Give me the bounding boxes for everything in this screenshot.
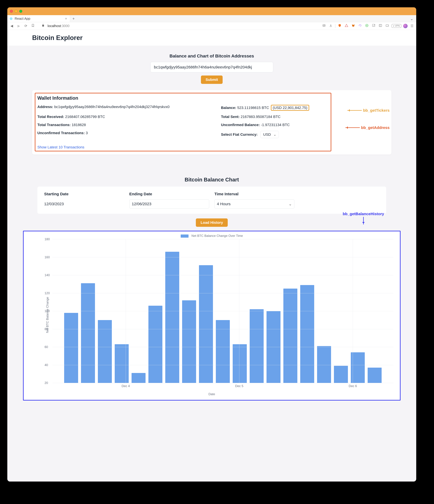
profile-avatar[interactable]: [403, 24, 408, 28]
search-section: Balance and Chart of Bitcoin Addresses S…: [7, 46, 416, 88]
window-zoom-button[interactable]: [19, 10, 22, 13]
extension-triangle-icon[interactable]: [344, 24, 349, 28]
chart-legend: Net BTC Balance Change Over Time: [27, 234, 396, 238]
extension-circle-icon[interactable]: [364, 24, 369, 28]
svg-point-0: [11, 18, 11, 19]
wallet-total-tx: Total Transactions: 1818628: [37, 123, 216, 127]
submit-button[interactable]: Submit: [201, 75, 223, 84]
nav-bookmark-button[interactable]: [30, 24, 36, 28]
load-history-button[interactable]: Load History: [196, 218, 227, 227]
tab-title: React App: [15, 17, 30, 21]
nav-forward-button[interactable]: ▶: [16, 24, 21, 28]
wallet-card: Wallet Information Address: bc1qwfgdjyy9…: [32, 90, 391, 154]
chart-section-heading: Bitcoin Balance Chart: [7, 177, 416, 183]
svg-point-11: [388, 25, 388, 26]
fiat-currency-select[interactable]: USD ⌄: [260, 131, 279, 138]
app-menu-icon[interactable]: ☰: [409, 24, 414, 28]
app-title: Bitcoin Explorer: [32, 34, 391, 42]
end-date-input[interactable]: 12/06/2023: [129, 199, 209, 208]
vpn-label: VPN: [395, 25, 400, 27]
wallet-total-sent: Total Sent: 2167883.95087184 BTC: [221, 115, 386, 119]
start-date-value: 12/03/2023: [44, 202, 64, 206]
chart-bar: [317, 346, 331, 383]
chevron-down-icon: ⌄: [273, 132, 276, 137]
fiat-currency-value: USD: [263, 133, 271, 137]
y-tick: 160: [45, 255, 50, 259]
browser-toolbar: ◀ ▶ ⟳ localhost:3000 VPN ☰: [7, 22, 416, 30]
download-icon[interactable]: [328, 24, 333, 28]
wallet-icon[interactable]: [385, 24, 390, 28]
chart-bar: [81, 283, 95, 383]
site-security-icon[interactable]: [40, 24, 46, 28]
start-date-label: Starting Date: [44, 192, 124, 196]
react-favicon: [9, 17, 13, 20]
interval-select[interactable]: 4 Hours ⌄: [214, 199, 294, 208]
metamask-icon[interactable]: [351, 24, 356, 28]
svg-point-7: [366, 25, 367, 26]
extension-swirl-icon[interactable]: [358, 24, 362, 28]
window-close-button[interactable]: [10, 10, 13, 13]
y-tick: 100: [45, 309, 50, 313]
chart-bar: [132, 373, 145, 383]
search-heading: Balance and Chart of Bitcoin Addresses: [7, 54, 416, 59]
chart-bar: [283, 288, 297, 383]
wallet-balance-usd: (USD 22,901,842.75): [271, 105, 309, 111]
interval-value: 4 Hours: [217, 202, 231, 206]
chart-bar: [199, 265, 213, 383]
chart-toolbar-card: Starting Date 12/03/2023 Ending Date 12/…: [37, 187, 386, 214]
nav-reload-button[interactable]: ⟳: [23, 24, 28, 28]
y-tick: 140: [45, 273, 50, 277]
new-tab-button[interactable]: +: [70, 15, 77, 22]
x-axis-label: Date: [27, 392, 396, 396]
annotation-bb-getaddress: bb_getAddress: [345, 126, 389, 130]
chart-bar: [250, 309, 264, 383]
address-bar[interactable]: localhost:3000: [47, 24, 70, 28]
annotation-bb-getbalancehistory: bb_getBalanceHistory: [343, 212, 384, 225]
app-header: Bitcoin Explorer: [7, 30, 416, 46]
chart-bar: [98, 320, 112, 383]
y-tick: 80: [45, 327, 48, 331]
legend-swatch: [181, 234, 189, 238]
y-tick: 40: [45, 363, 48, 367]
sidebar-toggle-icon[interactable]: [378, 24, 383, 28]
wallet-heading: Wallet Information: [37, 95, 386, 101]
show-transactions-link[interactable]: Show Latest 10 Transactions: [37, 145, 84, 149]
wallet-total-received: Total Received: 2168407.06285799 BTC: [37, 115, 216, 119]
macos-titlebar: [7, 7, 416, 15]
x-tick: Dec 4: [122, 384, 130, 388]
vpn-toggle[interactable]: VPN: [391, 24, 401, 28]
y-tick: 120: [45, 291, 50, 295]
chart-bar: [64, 313, 78, 383]
url-path: :3000: [61, 24, 70, 28]
wallet-address: Address: bc1qwfgdjyy95aay2686fn74h6a4nu9…: [37, 105, 216, 111]
tab-close-icon[interactable]: ×: [65, 17, 67, 21]
chart-bar: [233, 344, 247, 383]
browser-tab-active[interactable]: React App ×: [7, 15, 70, 22]
reader-mode-icon[interactable]: [322, 24, 326, 28]
chart-bar: [300, 285, 314, 383]
x-tick: Dec 5: [235, 384, 243, 388]
url-host: localhost: [47, 24, 61, 28]
extensions-puzzle-icon[interactable]: [371, 24, 376, 28]
chart-bar: [216, 320, 230, 383]
svg-rect-8: [379, 24, 382, 27]
balance-chart: Net BTC Balance Change Over Time Net BTC…: [23, 231, 401, 401]
annotation-bb-gettickers: bb_getTickers: [347, 108, 389, 113]
chart-bar: [165, 252, 179, 383]
y-tick: 180: [45, 237, 50, 241]
start-date-input[interactable]: 12/03/2023: [44, 199, 124, 208]
nav-back-button[interactable]: ◀: [9, 24, 14, 28]
chevron-down-icon: ⌄: [289, 202, 292, 206]
window-minimize-button[interactable]: [15, 10, 18, 13]
tab-overflow-icon[interactable]: ⌄: [410, 17, 413, 21]
wallet-unconfirmed-tx: Unconfirmed Transactions: 3: [37, 131, 216, 138]
end-date-label: Ending Date: [129, 192, 209, 196]
brave-shield-icon[interactable]: [337, 24, 342, 28]
interval-label: Time Interval: [214, 192, 294, 196]
x-tick: Dec 6: [349, 384, 357, 388]
chart-title: Net BTC Balance Change Over Time: [191, 234, 243, 237]
chart-bar: [368, 368, 382, 383]
address-input[interactable]: [150, 62, 273, 72]
browser-tabstrip: React App × + ⌄: [7, 15, 416, 22]
y-tick: 20: [45, 381, 48, 385]
